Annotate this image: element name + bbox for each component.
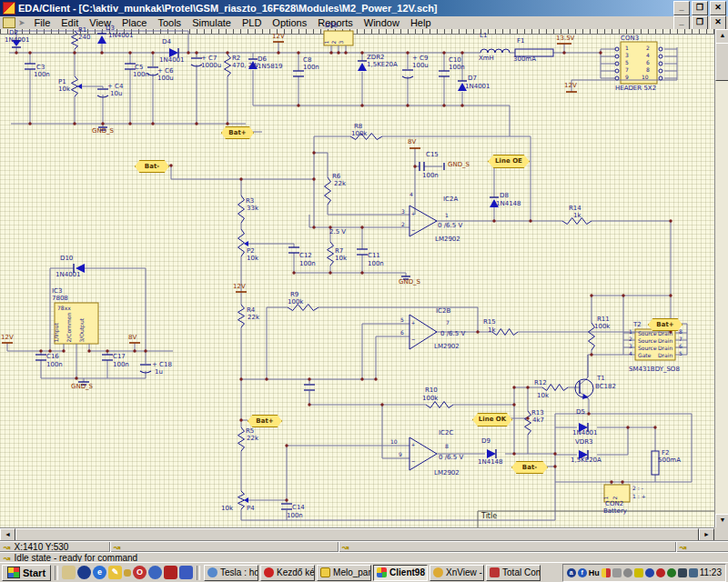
task-icon — [377, 567, 387, 577]
menu-tools[interactable]: Tools — [152, 17, 187, 28]
taskbar-separator — [55, 566, 58, 580]
toolbar-handle-icon: ➤ — [18, 18, 25, 27]
status-bar: ↝X:1410 Y:530 ↝ ↝ ↝ ↝ Idle state - ready… — [0, 541, 728, 562]
application-window: EDA/Client - [C:\aktiv_munkak\Protel\GSM… — [0, 0, 728, 582]
horizontal-scrollbar[interactable]: ◄ ► — [0, 527, 714, 542]
task-icon — [433, 567, 443, 577]
taskbar-task[interactable]: XnView - [Bö... — [430, 565, 484, 581]
tray-clock[interactable]: 11:23 — [700, 567, 722, 577]
system-tray: a f Hu 11:23 — [562, 564, 726, 582]
menu-help[interactable]: Help — [405, 17, 437, 28]
menu-edit[interactable]: Edit — [56, 17, 84, 28]
quicklaunch-small-icon[interactable] — [124, 569, 131, 577]
start-label: Start — [23, 567, 46, 578]
quicklaunch-media-icon[interactable] — [164, 566, 177, 579]
menu-view[interactable]: View — [84, 17, 116, 28]
menu-pld[interactable]: PLD — [237, 17, 267, 28]
tray-network-icon[interactable] — [678, 568, 687, 577]
taskbar-separator — [197, 566, 200, 580]
tray-antivirus-icon[interactable]: a — [567, 568, 576, 577]
status-row-coordinates: ↝X:1410 Y:530 ↝ ↝ ↝ — [0, 541, 728, 552]
tray-color-icon[interactable] — [602, 568, 611, 577]
menu-reports[interactable]: Reports — [312, 17, 359, 28]
taskbar-task[interactable]: Total Comma... — [486, 565, 541, 581]
child-minimize-button[interactable]: _ — [673, 15, 690, 30]
tray-messenger-icon[interactable]: f — [578, 568, 587, 577]
menu-simulate[interactable]: Simulate — [187, 17, 237, 28]
task-buttons: Tesla : hozs...Kezdő kérdé...Melo_paranc… — [204, 565, 541, 581]
quicklaunch-swirl-icon[interactable] — [148, 566, 162, 579]
tray-language-indicator[interactable]: Hu — [589, 568, 600, 577]
tray-pencil-icon[interactable] — [634, 568, 643, 577]
task-icon — [207, 567, 217, 577]
menu-window[interactable]: Window — [359, 17, 405, 28]
scrollbar-corner — [714, 527, 728, 541]
status-arrow-icon: ↝ — [4, 554, 11, 563]
title-bar: EDA/Client - [C:\aktiv_munkak\Protel\GSM… — [0, 0, 728, 16]
restore-button[interactable]: ❐ — [692, 1, 708, 15]
scroll-up-icon[interactable]: ▲ — [715, 29, 728, 44]
menu-bar: ➤ FileEditViewPlaceToolsSimulatePLDOptio… — [0, 16, 728, 29]
quicklaunch-ie-icon[interactable]: e — [93, 566, 106, 579]
panel-arrow-icon: ↝ — [114, 543, 121, 552]
quicklaunch-edit-icon[interactable]: ✎ — [108, 566, 122, 579]
taskbar: Start e ✎ O Tesla : hozs...Kezdő kérdé..… — [0, 562, 728, 582]
taskbar-task[interactable]: Melo_paranc... — [317, 565, 371, 581]
schematic-canvas[interactable] — [0, 29, 714, 527]
taskbar-task[interactable]: Client98 — [373, 565, 428, 581]
task-icon — [264, 567, 274, 577]
menu-file[interactable]: File — [29, 17, 56, 28]
task-icon — [490, 567, 500, 577]
quicklaunch-opera-icon[interactable]: O — [133, 566, 147, 579]
panel-arrow-icon: ↝ — [342, 543, 349, 552]
close-button[interactable]: ✕ — [710, 1, 726, 15]
menu-items: FileEditViewPlaceToolsSimulatePLDOptions… — [29, 17, 437, 28]
tray-eye-icon[interactable] — [645, 568, 654, 577]
menu-options[interactable]: Options — [267, 17, 312, 28]
tray-display-icon[interactable] — [689, 568, 698, 577]
quicklaunch-browser-icon[interactable] — [77, 566, 91, 579]
taskbar-task[interactable]: Kezdő kérdé... — [260, 565, 315, 581]
menu-place[interactable]: Place — [116, 17, 153, 28]
quicklaunch-grid-icon[interactable] — [179, 566, 193, 579]
quicklaunch-desktop-icon[interactable] — [62, 566, 76, 579]
taskbar-task[interactable]: Tesla : hozs... — [204, 565, 258, 581]
scroll-down-icon[interactable]: ▼ — [715, 514, 728, 528]
child-close-button[interactable]: ✕ — [710, 15, 726, 30]
panel-arrow-icon: ↝ — [680, 543, 687, 552]
windows-logo-icon — [7, 567, 20, 578]
vertical-scrollbar[interactable]: ▲ ▼ — [714, 29, 728, 527]
vertical-scroll-thumb[interactable] — [715, 43, 728, 81]
cursor-coordinates: X:1410 Y:530 — [15, 542, 69, 552]
start-button[interactable]: Start — [2, 565, 51, 581]
minimize-button[interactable]: _ — [673, 1, 690, 15]
window-title: EDA/Client - [C:\aktiv_munkak\Protel\GSM… — [18, 3, 438, 14]
tray-bug-icon[interactable] — [667, 568, 676, 577]
task-icon — [320, 567, 330, 577]
tray-volume-icon[interactable] — [612, 568, 622, 577]
child-restore-button[interactable]: ❐ — [692, 15, 708, 30]
app-icon — [3, 2, 15, 15]
tray-diamond-icon[interactable] — [656, 568, 665, 577]
tray-swirl-icon[interactable] — [623, 568, 632, 577]
cursor-arrow-icon: ↝ — [4, 543, 11, 552]
document-icon — [3, 17, 15, 28]
